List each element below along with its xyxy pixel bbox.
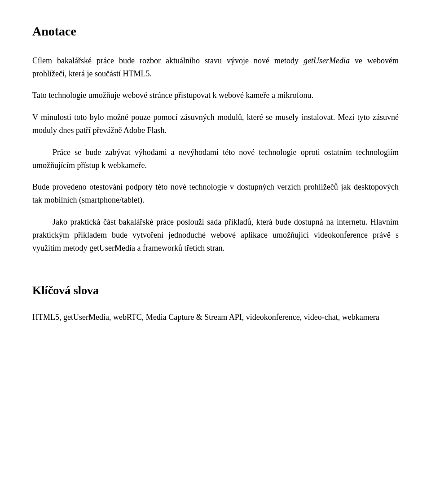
paragraph-2: Tato technologie umožňuje webové stránce… bbox=[32, 89, 399, 102]
paragraph-5: Bude provedeno otestování podpory této n… bbox=[32, 181, 399, 207]
section-heading-keywords: Klíčová slova bbox=[32, 281, 399, 300]
paragraph-4: Práce se bude zabývat výhodami a nevýhod… bbox=[32, 146, 399, 172]
italic-getuserMedia-1: getUserMedia bbox=[303, 56, 350, 65]
paragraph-6: Jako praktická část bakalářské práce pos… bbox=[32, 216, 399, 254]
paragraph-1: Cílem bakalářské práce bude rozbor aktuá… bbox=[32, 54, 399, 80]
keywords-text: HTML5, getUserMedia, webRTC, Media Captu… bbox=[32, 311, 399, 324]
paragraph-3: V minulosti toto bylo možné pouze pomocí… bbox=[32, 111, 399, 137]
section-heading-anotace: Anotace bbox=[32, 22, 399, 42]
